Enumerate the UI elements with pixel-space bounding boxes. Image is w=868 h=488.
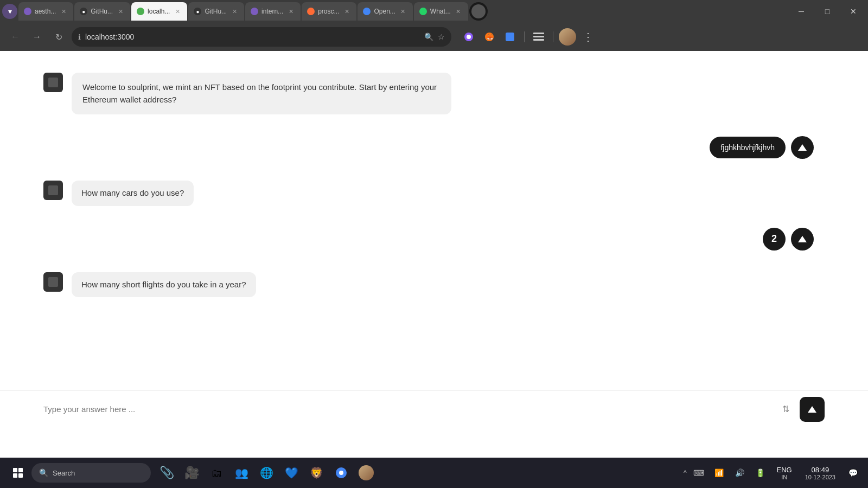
tab-label-4: GitHu... — [205, 8, 227, 15]
profile-avatar[interactable] — [559, 28, 576, 46]
search-icon[interactable]: 🔍 — [424, 33, 433, 41]
chat-area: Welcome to soulprint, we mint an NFT bas… — [0, 51, 868, 308]
menu-icon[interactable]: ⋮ — [579, 28, 597, 46]
taskbar-app-sticker[interactable]: 📎 — [155, 461, 178, 484]
svg-point-1 — [467, 35, 471, 39]
taskbar-app-tor[interactable]: 🌐 — [255, 461, 278, 484]
tab-label-5: intern... — [261, 8, 283, 15]
bot-icon-inner-2 — [48, 185, 58, 195]
sidebar-toggle[interactable] — [530, 28, 547, 46]
tab-favicon-8 — [419, 8, 427, 15]
language-code: ENG — [777, 466, 792, 474]
tab-favicon-6 — [307, 8, 315, 15]
input-actions: ⇅ — [776, 397, 825, 422]
taskbar-app-vscode[interactable]: 💙 — [280, 461, 303, 484]
start-button[interactable] — [7, 461, 29, 484]
toolbar-icons: 🦊 ⋮ — [460, 28, 597, 46]
language-selector[interactable]: ENG IN — [773, 466, 796, 480]
extension-icon-3[interactable] — [501, 28, 519, 46]
tab-github1[interactable]: ● GitHu... ✕ — [74, 2, 130, 21]
notifications-icon[interactable]: 💬 — [844, 464, 861, 481]
message-bubble-3: How many short flights do you take in a … — [72, 272, 256, 298]
taskbar-apps: 📎 🎥 🗂 👥 🌐 💙 🦁 — [155, 461, 378, 484]
tab-open[interactable]: Open... ✕ — [358, 2, 412, 21]
address-input-wrapper[interactable]: ℹ localhost:3000 🔍 ☆ — [72, 27, 451, 47]
browser-chrome: ▾ aesth... ✕ ● GitHu... ✕ localh... ✕ ● … — [0, 0, 868, 51]
tab-favicon-2: ● — [80, 8, 87, 15]
tab-close-6[interactable]: ✕ — [342, 7, 351, 16]
bookmark-icon[interactable]: ☆ — [438, 33, 445, 41]
svg-rect-4 — [506, 33, 514, 41]
extension-icon-2[interactable]: 🦊 — [481, 28, 498, 46]
svg-rect-6 — [533, 36, 544, 37]
tab-favicon-1 — [24, 8, 31, 15]
reload-button[interactable]: ↻ — [50, 28, 67, 46]
number-badge-2: 2 — [763, 228, 786, 251]
tray-expand-icon[interactable]: ^ — [684, 469, 687, 477]
submit-button[interactable] — [800, 397, 825, 422]
svg-text:🦊: 🦊 — [487, 34, 494, 41]
tab-profile[interactable] — [469, 2, 488, 21]
taskbar-app-files[interactable]: 🗂 — [205, 461, 228, 484]
tab-whatsapp[interactable]: What... ✕ — [414, 2, 468, 21]
message-row-1: Welcome to soulprint, we mint an NFT bas… — [43, 73, 825, 114]
taskbar-app-zoom[interactable]: 🎥 — [180, 461, 203, 484]
input-options-icon[interactable]: ⇅ — [776, 400, 795, 419]
volume-icon[interactable]: 🔊 — [731, 464, 749, 481]
tab-prosc[interactable]: prosc... ✕ — [302, 2, 356, 21]
bot-icon-1 — [43, 73, 63, 92]
tab-localhost[interactable]: localh... ✕ — [131, 2, 187, 21]
tab-bar: ▾ aesth... ✕ ● GitHu... ✕ localh... ✕ ● … — [0, 0, 868, 23]
tab-close-4[interactable]: ✕ — [230, 7, 239, 16]
chat-input[interactable] — [43, 404, 776, 414]
toolbar-divider — [524, 31, 525, 42]
tab-github2[interactable]: ● GitHu... ✕ — [188, 2, 244, 21]
close-button[interactable]: ✕ — [841, 0, 866, 23]
new-tab-button[interactable]: ▾ — [2, 4, 17, 19]
taskbar-app-teams[interactable]: 👥 — [230, 461, 253, 484]
bot-icon-inner-1 — [48, 78, 58, 87]
network-icon[interactable]: 📶 — [711, 464, 728, 481]
tab-close-5[interactable]: ✕ — [286, 7, 295, 16]
tab-aesth[interactable]: aesth... ✕ — [18, 2, 73, 21]
battery-icon[interactable]: 🔋 — [752, 464, 769, 481]
user-response-wrapper-2: 2 — [43, 228, 825, 251]
tab-close-2[interactable]: ✕ — [116, 7, 125, 16]
tab-close-1[interactable]: ✕ — [59, 7, 68, 16]
extension-icon-1[interactable] — [460, 28, 477, 46]
tab-close-8[interactable]: ✕ — [454, 7, 463, 16]
svg-rect-5 — [533, 33, 544, 34]
forward-button[interactable]: → — [28, 28, 46, 46]
tab-label-6: prosc... — [318, 8, 339, 15]
taskbar-search-text: Search — [53, 469, 75, 477]
tab-favicon-3 — [137, 8, 144, 15]
tab-label-2: GitHu... — [91, 8, 113, 15]
bot-icon-2 — [43, 181, 63, 200]
message-bubble-2: How many cars do you use? — [72, 181, 194, 206]
taskbar-app-brave[interactable]: 🦁 — [305, 461, 328, 484]
language-region: IN — [781, 474, 787, 480]
message-bubble-1: Welcome to soulprint, we mint an NFT bas… — [72, 73, 451, 114]
clock[interactable]: 08:49 10-12-2023 — [800, 466, 841, 480]
tab-favicon-4: ● — [194, 8, 201, 15]
maximize-button[interactable]: □ — [815, 0, 840, 23]
send-button-1[interactable] — [791, 136, 814, 159]
message-row-3: How many short flights do you take in a … — [43, 272, 825, 298]
tab-close-3[interactable]: ✕ — [173, 7, 182, 16]
bot-icon-3 — [43, 272, 63, 292]
tab-label-1: aesth... — [35, 8, 56, 15]
tab-intern[interactable]: intern... ✕ — [245, 2, 301, 21]
taskbar-search[interactable]: 🔍 Search — [31, 463, 151, 483]
taskbar: 🔍 Search 📎 🎥 🗂 👥 🌐 💙 🦁 ^ ⌨ 📶 🔊 🔋 ENG — [0, 458, 868, 488]
system-tray: ^ ⌨ 📶 🔊 🔋 ENG IN 08:49 10-12-2023 💬 — [684, 464, 861, 481]
info-icon: ℹ — [78, 33, 81, 41]
back-button[interactable]: ← — [7, 28, 24, 46]
taskbar-app-chrome[interactable] — [330, 461, 353, 484]
send-button-2[interactable] — [791, 228, 814, 251]
minimize-button[interactable]: ─ — [789, 0, 814, 23]
bot-icon-inner-3 — [48, 277, 58, 287]
tab-close-7[interactable]: ✕ — [399, 7, 407, 16]
taskbar-app-avatar[interactable] — [355, 461, 378, 484]
keyboard-icon[interactable]: ⌨ — [690, 464, 707, 481]
user-response-wrapper-1: fjghkhbvhjfkjhvh — [43, 136, 825, 159]
